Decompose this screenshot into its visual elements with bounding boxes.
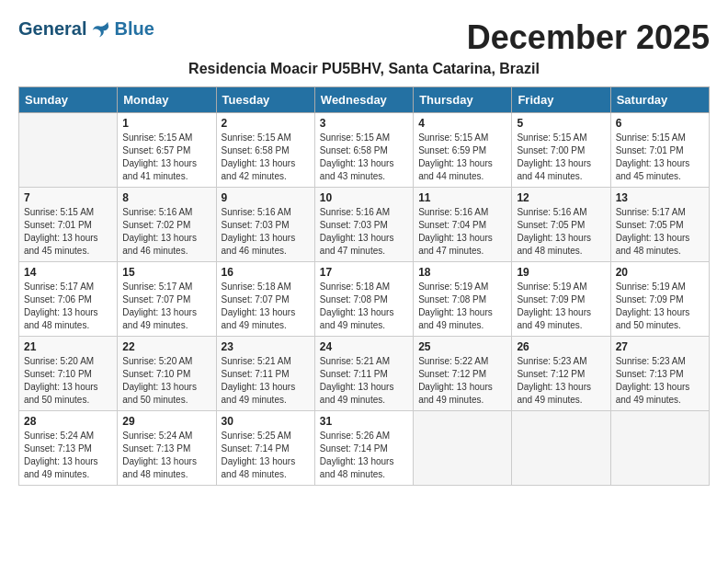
- sunset-text: Sunset: 7:04 PM: [418, 220, 486, 230]
- col-saturday: Saturday: [610, 87, 709, 113]
- cell-3-6: 27Sunrise: 5:23 AMSunset: 7:13 PMDayligh…: [610, 337, 709, 411]
- sunrise-text: Sunrise: 5:16 AM: [222, 207, 291, 217]
- sunset-text: Sunset: 7:11 PM: [320, 369, 388, 379]
- sunrise-text: Sunrise: 5:17 AM: [122, 282, 192, 292]
- daylight-text: Daylight: 13 hours and 44 minutes.: [517, 158, 591, 181]
- sunset-text: Sunset: 7:14 PM: [320, 443, 388, 454]
- daylight-text: Daylight: 13 hours and 48 minutes.: [122, 456, 197, 479]
- day-number: 1: [122, 117, 210, 130]
- col-friday: Friday: [512, 87, 610, 113]
- cell-3-2: 23Sunrise: 5:21 AMSunset: 7:11 PMDayligh…: [216, 337, 314, 411]
- cell-content: Sunrise: 5:19 AMSunset: 7:08 PMDaylight:…: [418, 281, 506, 332]
- logo-general-text: General: [18, 18, 86, 40]
- sunrise-text: Sunrise: 5:26 AM: [320, 431, 390, 441]
- day-number: 22: [122, 340, 210, 353]
- day-number: 29: [122, 415, 210, 428]
- cell-2-3: 17Sunrise: 5:18 AMSunset: 7:08 PMDayligh…: [314, 262, 413, 337]
- cell-content: Sunrise: 5:21 AMSunset: 7:11 PMDaylight:…: [222, 355, 310, 407]
- week-row-0: 1Sunrise: 5:15 AMSunset: 6:57 PMDaylight…: [19, 113, 710, 188]
- sunset-text: Sunset: 7:06 PM: [24, 294, 92, 304]
- cell-2-4: 18Sunrise: 5:19 AMSunset: 7:08 PMDayligh…: [414, 262, 512, 337]
- sunrise-text: Sunrise: 5:15 AM: [616, 132, 686, 143]
- day-number: 16: [222, 266, 310, 279]
- daylight-text: Daylight: 13 hours and 49 minutes.: [222, 382, 296, 405]
- day-number: 8: [122, 191, 210, 204]
- sunset-text: Sunset: 6:57 PM: [122, 145, 190, 155]
- cell-0-1: 1Sunrise: 5:15 AMSunset: 6:57 PMDaylight…: [118, 113, 216, 188]
- sunrise-text: Sunrise: 5:18 AM: [320, 282, 390, 292]
- daylight-text: Daylight: 13 hours and 50 minutes.: [122, 382, 197, 405]
- cell-4-2: 30Sunrise: 5:25 AMSunset: 7:14 PMDayligh…: [216, 411, 314, 486]
- day-number: 24: [320, 340, 408, 353]
- daylight-text: Daylight: 13 hours and 48 minutes.: [320, 456, 394, 479]
- sunset-text: Sunset: 7:10 PM: [24, 369, 92, 379]
- calendar-table: Sunday Monday Tuesday Wednesday Thursday…: [18, 86, 710, 486]
- sunset-text: Sunset: 7:14 PM: [222, 443, 290, 454]
- sunrise-text: Sunrise: 5:15 AM: [517, 132, 586, 143]
- cell-2-5: 19Sunrise: 5:19 AMSunset: 7:09 PMDayligh…: [512, 262, 610, 337]
- cell-content: Sunrise: 5:15 AMSunset: 7:01 PMDaylight:…: [24, 206, 112, 258]
- cell-2-6: 20Sunrise: 5:19 AMSunset: 7:09 PMDayligh…: [610, 262, 709, 337]
- cell-0-6: 6Sunrise: 5:15 AMSunset: 7:01 PMDaylight…: [610, 113, 709, 188]
- cell-3-3: 24Sunrise: 5:21 AMSunset: 7:11 PMDayligh…: [314, 337, 413, 411]
- day-number: 10: [320, 191, 408, 204]
- sunset-text: Sunset: 6:59 PM: [418, 145, 486, 155]
- sunset-text: Sunset: 7:05 PM: [517, 220, 585, 230]
- sunset-text: Sunset: 7:12 PM: [418, 369, 486, 379]
- cell-1-1: 8Sunrise: 5:16 AMSunset: 7:02 PMDaylight…: [118, 188, 216, 262]
- day-number: 12: [517, 191, 605, 204]
- logo-wrapper: General Blue: [18, 18, 154, 40]
- day-number: 9: [222, 191, 310, 204]
- cell-content: Sunrise: 5:17 AMSunset: 7:07 PMDaylight:…: [122, 281, 210, 332]
- header: General Blue December 2025: [18, 18, 710, 57]
- cell-content: Sunrise: 5:16 AMSunset: 7:03 PMDaylight:…: [320, 206, 408, 258]
- page-wrapper: General Blue December 2025 Residencia Mo…: [18, 18, 710, 486]
- cell-content: Sunrise: 5:24 AMSunset: 7:13 PMDaylight:…: [122, 430, 210, 481]
- daylight-text: Daylight: 13 hours and 48 minutes.: [616, 233, 690, 256]
- cell-1-3: 10Sunrise: 5:16 AMSunset: 7:03 PMDayligh…: [314, 188, 413, 262]
- cell-4-0: 28Sunrise: 5:24 AMSunset: 7:13 PMDayligh…: [19, 411, 118, 486]
- daylight-text: Daylight: 13 hours and 46 minutes.: [222, 233, 296, 256]
- cell-2-2: 16Sunrise: 5:18 AMSunset: 7:07 PMDayligh…: [216, 262, 314, 337]
- sunset-text: Sunset: 7:13 PM: [616, 369, 684, 379]
- sunrise-text: Sunrise: 5:16 AM: [418, 207, 488, 217]
- sunset-text: Sunset: 6:58 PM: [320, 145, 388, 155]
- cell-content: Sunrise: 5:18 AMSunset: 7:08 PMDaylight:…: [320, 281, 408, 332]
- cell-content: Sunrise: 5:26 AMSunset: 7:14 PMDaylight:…: [320, 430, 408, 481]
- calendar-header: Sunday Monday Tuesday Wednesday Thursday…: [19, 87, 710, 113]
- day-number: 31: [320, 415, 408, 428]
- cell-2-1: 15Sunrise: 5:17 AMSunset: 7:07 PMDayligh…: [118, 262, 216, 337]
- cell-0-2: 2Sunrise: 5:15 AMSunset: 6:58 PMDaylight…: [216, 113, 314, 188]
- cell-4-1: 29Sunrise: 5:24 AMSunset: 7:13 PMDayligh…: [118, 411, 216, 486]
- cell-content: Sunrise: 5:15 AMSunset: 7:00 PMDaylight:…: [517, 132, 605, 183]
- cell-content: Sunrise: 5:18 AMSunset: 7:07 PMDaylight:…: [222, 281, 310, 332]
- col-thursday: Thursday: [414, 87, 512, 113]
- cell-0-5: 5Sunrise: 5:15 AMSunset: 7:00 PMDaylight…: [512, 113, 610, 188]
- day-number: 6: [616, 117, 704, 130]
- day-number: 3: [320, 117, 408, 130]
- col-wednesday: Wednesday: [314, 87, 413, 113]
- sunset-text: Sunset: 7:07 PM: [122, 294, 190, 304]
- cell-3-5: 26Sunrise: 5:23 AMSunset: 7:12 PMDayligh…: [512, 337, 610, 411]
- daylight-text: Daylight: 13 hours and 48 minutes.: [222, 456, 296, 479]
- cell-4-6: [610, 411, 709, 486]
- sunset-text: Sunset: 7:12 PM: [517, 369, 585, 379]
- sunset-text: Sunset: 7:10 PM: [122, 369, 190, 379]
- cell-content: Sunrise: 5:17 AMSunset: 7:06 PMDaylight:…: [24, 281, 112, 332]
- cell-0-4: 4Sunrise: 5:15 AMSunset: 6:59 PMDaylight…: [414, 113, 512, 188]
- daylight-text: Daylight: 13 hours and 49 minutes.: [320, 307, 394, 330]
- day-number: 14: [24, 266, 112, 279]
- daylight-text: Daylight: 13 hours and 49 minutes.: [122, 307, 197, 330]
- sunrise-text: Sunrise: 5:24 AM: [24, 431, 94, 441]
- subtitle: Residencia Moacir PU5BHV, Santa Catarina…: [18, 61, 710, 77]
- calendar-body: 1Sunrise: 5:15 AMSunset: 6:57 PMDaylight…: [19, 113, 710, 486]
- day-number: 25: [418, 340, 506, 353]
- sunset-text: Sunset: 6:58 PM: [222, 145, 290, 155]
- day-number: 26: [517, 340, 605, 353]
- day-number: 27: [616, 340, 704, 353]
- sunrise-text: Sunrise: 5:15 AM: [24, 207, 94, 217]
- cell-1-6: 13Sunrise: 5:17 AMSunset: 7:05 PMDayligh…: [610, 188, 709, 262]
- daylight-text: Daylight: 13 hours and 47 minutes.: [320, 233, 394, 256]
- sunset-text: Sunset: 7:13 PM: [24, 443, 92, 454]
- cell-0-0: [19, 113, 118, 188]
